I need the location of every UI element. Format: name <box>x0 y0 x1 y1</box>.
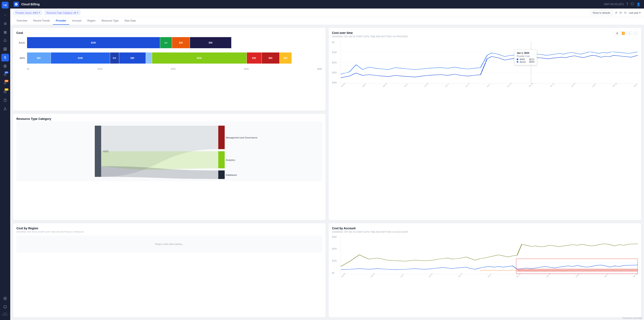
aws-seg-3: $2K <box>110 53 119 64</box>
azure-dot <box>517 61 518 63</box>
cost-by-account-title: Cost by Account <box>332 227 638 230</box>
powered-by: Powered by QuickSight <box>622 317 642 319</box>
time-selector[interactable]: Last year ▾ <box>629 11 640 14</box>
monitor-icon[interactable] <box>1 303 9 311</box>
chart-toolbar: ⊞ 🔽 ↑↓ ⋯ <box>615 31 638 35</box>
aws-node <box>95 126 101 177</box>
aws-seg-8: $5K <box>262 53 280 64</box>
logo-text: LM <box>4 4 6 7</box>
tab-account[interactable]: Account <box>69 17 84 25</box>
aws-label: AWS <box>16 57 25 59</box>
svg-point-16 <box>5 298 6 299</box>
cost-chart: Azure $10K $1K $2K $5K AWS $5K $19K $2K <box>16 35 322 72</box>
tabs-bar: Overview Recent Trends Provider Account … <box>10 17 644 25</box>
aws-seg-9: $2K <box>280 53 291 64</box>
cost-by-account-subtitle: SHOWING TOP 200 IN START DATE TIME AND B… <box>332 231 638 233</box>
cost-over-time-card: Cost over time SHOWING TOP 200 IN START … <box>328 28 642 220</box>
blue-badge: 612 <box>4 71 8 74</box>
svg-marker-10 <box>4 90 6 93</box>
databases-node <box>218 171 225 179</box>
region-chart-placeholder: Region chart data loading... <box>16 236 322 253</box>
lm-branding: LogicMonitor <box>1 312 9 316</box>
provider-filter-label: Provider: Azure, AWS <box>16 12 38 14</box>
dashboard-icon[interactable]: ▦ <box>1 28 9 36</box>
chart-tooltip: Jan 1, 2024 Provider Cost AWS $211 Azure… <box>514 50 537 65</box>
svg-point-12 <box>4 109 4 110</box>
topology-icon[interactable] <box>1 105 9 113</box>
user-icon[interactable]: 👤 <box>636 2 640 7</box>
ai-icon[interactable]: J27 <box>1 88 9 96</box>
azure-seg-3: $2K <box>172 37 190 48</box>
refresh-icon-2[interactable]: ⟳ <box>620 11 622 15</box>
network-icon[interactable] <box>1 62 9 70</box>
billing-icon[interactable]: $ <box>1 54 9 61</box>
grid-icon[interactable]: ⊞ <box>1 20 9 27</box>
aws-seg-6: $31K <box>152 53 246 64</box>
map-icon[interactable]: 638 <box>1 79 9 87</box>
help-icon[interactable]: ? <box>626 2 628 6</box>
refresh-icon-1[interactable]: ↺ <box>615 11 618 15</box>
azure-bar-container: $10K $1K $2K $5K <box>27 37 322 48</box>
svg-rect-17 <box>4 306 6 308</box>
analytics-label: Analytics <box>226 159 235 161</box>
chart-tool-3[interactable]: ↑↓ <box>627 31 632 35</box>
alert-icon[interactable] <box>1 37 9 44</box>
app-logo[interactable]: LM <box>2 2 8 9</box>
aws-tooltip-value: $211 <box>527 58 534 61</box>
tooltip-row-aws: AWS $211 <box>517 58 534 61</box>
filterbar: Provider: Azure, AWS ▾ Resource Type Cat… <box>10 9 644 17</box>
resource-type-filter-label: Resource Type Category: All <box>46 12 76 14</box>
expand-icon[interactable]: › <box>1 11 9 19</box>
dashboard: Cost Azure $10K $1K $2K $5K AWS $5K <box>10 25 644 320</box>
reset-defaults-button[interactable]: Reset to defaults <box>590 11 613 15</box>
account-y-axis: $0 $100 $200 $300 <box>332 236 340 274</box>
sankey-chart: AWS Management and Governance Analytics … <box>16 121 322 181</box>
cost-by-region-title: Cost by Region <box>16 227 322 230</box>
logs-icon[interactable] <box>1 96 9 104</box>
chart-tool-1[interactable]: ⊞ <box>615 31 619 35</box>
svg-rect-2 <box>4 49 5 51</box>
account-chart-area: $0 $100 $200 $300 <box>332 236 638 278</box>
tab-overview[interactable]: Overview <box>14 17 30 25</box>
settings-icon[interactable] <box>1 295 9 302</box>
reports-icon[interactable]: 612 <box>1 71 9 79</box>
sync-icon[interactable]: ↻ <box>624 11 627 15</box>
tab-resource-type[interactable]: Resource Type <box>98 17 122 25</box>
svg-point-11 <box>5 107 6 108</box>
tab-provider[interactable]: Provider <box>53 17 69 25</box>
tab-region[interactable]: Region <box>84 17 98 25</box>
sankey-svg: AWS Management and Governance Analytics … <box>16 121 322 181</box>
notifications-icon[interactable] <box>631 2 634 6</box>
svg-point-13 <box>6 109 6 110</box>
azure-label: Azure <box>16 41 25 44</box>
svg-line-15 <box>5 108 6 110</box>
tab-recent-trends[interactable]: Recent Trends <box>30 17 53 25</box>
aws-bar-row: AWS $5K $19K $2K $8K $31K $3K $5K $2K <box>16 53 322 64</box>
y-axis-labels: $400 $300 $200 $100 $0 <box>332 41 340 84</box>
databases-label: Databases <box>226 174 237 176</box>
svg-rect-3 <box>5 49 6 51</box>
cost-by-region-subtitle: SHOWING TOP 200 IN START DATE TIME AND B… <box>16 231 322 233</box>
main-content: Cloud Billing GMT+05:30 (IST) ? 👤 Provid… <box>10 0 644 320</box>
azure-tooltip-value: $303 <box>527 61 534 63</box>
resource-type-filter[interactable]: Resource Type Category: All ▾ <box>44 11 80 15</box>
resource-icon[interactable] <box>1 45 9 53</box>
svg-rect-20 <box>631 3 634 5</box>
orange-badge: 638 <box>4 80 8 82</box>
chart-tool-4[interactable]: ⋯ <box>633 31 638 35</box>
provider-filter[interactable]: Provider: Azure, AWS ▾ <box>14 11 42 15</box>
aws-seg-1: $5K <box>27 53 51 64</box>
cost-over-time-title: Cost over time <box>332 31 408 35</box>
azure-seg-1: $10K <box>27 37 160 48</box>
azure-bar-row: Azure $10K $1K $2K $5K <box>16 37 322 48</box>
sidebar: LM › ⊞ ▦ $ 612 638 J27 LogicMonitor <box>0 0 10 320</box>
aws-seg-2: $19K <box>51 53 110 64</box>
tab-raw-data[interactable]: Raw Data <box>122 17 139 25</box>
mgmt-label: Management and Governance <box>226 136 258 139</box>
aws-seg-5 <box>146 53 152 64</box>
topbar-right: GMT+05:30 (IST) ? 👤 <box>604 2 640 7</box>
yellow-badge: J27 <box>4 88 8 91</box>
svg-point-9 <box>5 83 6 84</box>
chart-tool-2[interactable]: 🔽 <box>620 31 626 35</box>
resource-type-category-title: Resource Type Category <box>16 117 322 120</box>
